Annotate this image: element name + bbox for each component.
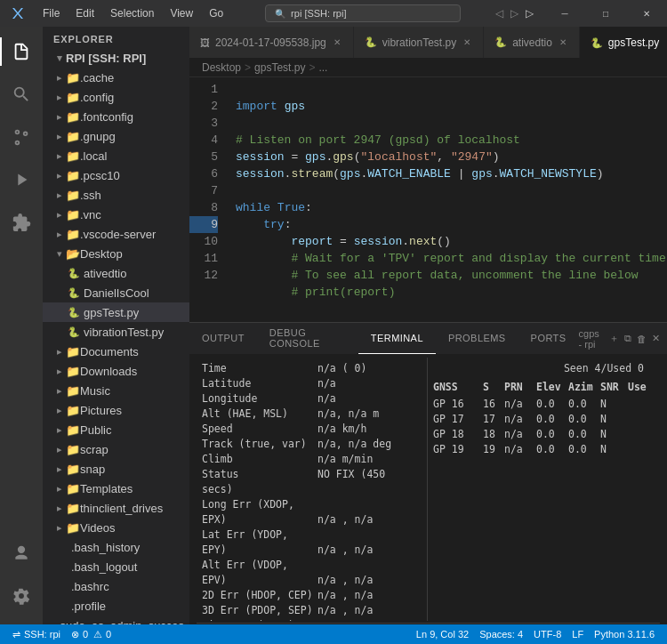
- sidebar-item-cache[interactable]: ▸ 📁 .cache: [43, 68, 189, 87]
- panel-tab-ports[interactable]: PORTS: [518, 323, 579, 354]
- folder-icon: 📁: [66, 169, 80, 182]
- sidebar-item-ativedtio[interactable]: 🐍 ativedtio: [43, 263, 189, 283]
- status-errors[interactable]: ⊗ 0 ⚠ 0: [66, 624, 117, 644]
- root-label: RPI [SSH: RPI]: [66, 52, 146, 65]
- item-label: Documents: [80, 345, 139, 358]
- breadcrumb: Desktop > gpsTest.py > ...: [189, 58, 667, 77]
- breadcrumb-desktop[interactable]: Desktop: [202, 61, 241, 74]
- tab-vibration[interactable]: 🐍 vibrationTest.py ✕: [354, 27, 484, 58]
- terminal-add-icon[interactable]: ＋: [609, 332, 619, 345]
- status-ssh[interactable]: ⇌ SSH: rpi: [7, 624, 66, 644]
- nav-forward[interactable]: ▷: [510, 7, 518, 20]
- close-button[interactable]: ✕: [626, 0, 667, 27]
- sidebar-item-root[interactable]: ▾ RPI [SSH: RPI]: [43, 48, 189, 68]
- panel-content[interactable]: Timen/a ( 0) Latituden/a Longituden/a Al…: [189, 354, 667, 624]
- settings-activity-icon[interactable]: [0, 575, 43, 617]
- extensions-activity-icon[interactable]: [0, 201, 43, 244]
- status-position[interactable]: Ln 9, Col 32: [411, 624, 474, 644]
- source-control-activity-icon[interactable]: [0, 116, 43, 158]
- sidebar-item-templates[interactable]: ▸ 📁 Templates: [43, 479, 189, 498]
- sidebar-item-bash-history[interactable]: .bash_history: [43, 537, 189, 557]
- sidebar-item-config[interactable]: ▸ 📁 .config: [43, 87, 189, 107]
- sidebar-item-danieliscool[interactable]: 🐍 DanielIsCool: [43, 283, 189, 302]
- sidebar-item-documents[interactable]: ▸ 📁 Documents: [43, 342, 189, 361]
- activity-bottom: [0, 532, 43, 624]
- panel-tabs: OUTPUT DEBUG CONSOLE TERMINAL PROBLEMS P…: [189, 323, 667, 354]
- menu-view[interactable]: View: [163, 0, 200, 27]
- search-box[interactable]: 🔍 rpi [SSH: rpi]: [265, 4, 461, 22]
- nav-back[interactable]: ◁: [495, 7, 503, 20]
- search-activity-icon[interactable]: [0, 73, 43, 116]
- tab-close-button[interactable]: ✕: [462, 36, 472, 48]
- sidebar-item-music[interactable]: ▸ 📁 Music: [43, 381, 189, 400]
- item-label: .bash_logout: [71, 560, 137, 574]
- sidebar-item-public[interactable]: ▸ 📁 Public: [43, 420, 189, 439]
- sidebar-item-downloads[interactable]: ▸ 📁 Downloads: [43, 361, 189, 381]
- menu-bar: File Edit Selection View Go: [36, 0, 230, 27]
- sidebar-item-videos[interactable]: ▸ 📁 Videos: [43, 518, 189, 537]
- sidebar-item-snap[interactable]: ▸ 📁 snap: [43, 459, 189, 479]
- terminal-split-icon[interactable]: ⧉: [624, 333, 631, 344]
- code-content[interactable]: import gps # Listen on port 2947 (gpsd) …: [225, 77, 667, 322]
- item-label: .profile: [71, 600, 106, 613]
- sidebar-item-pcsc10[interactable]: ▸ 📁 .pcsc10: [43, 165, 189, 185]
- tab-ativedtio[interactable]: 🐍 ativedtio ✕: [484, 27, 580, 58]
- sidebar-item-vnc[interactable]: ▸ 📁 .vnc: [43, 205, 189, 224]
- folder-icon: 📁: [66, 110, 80, 124]
- panel-tab-terminal[interactable]: TERMINAL: [358, 323, 436, 354]
- tab-close-button[interactable]: ✕: [558, 36, 568, 48]
- folder-icon: 📁: [66, 130, 80, 143]
- breadcrumb-file[interactable]: gpsTest.py: [254, 61, 305, 74]
- status-encoding[interactable]: UTF-8: [528, 624, 567, 644]
- item-label: Public: [80, 423, 111, 437]
- tab-gpstest[interactable]: 🐍 gpsTest.py ✕: [580, 27, 667, 58]
- menu-go[interactable]: Go: [202, 0, 230, 27]
- terminal-label: cgps - rpi: [579, 328, 604, 350]
- panel-tab-problems[interactable]: PROBLEMS: [436, 323, 518, 354]
- editor-area: 🖼 2024-01-17-095538.jpg ✕ 🐍 vibrationTes…: [189, 27, 667, 624]
- folder-icon: 📁: [66, 71, 80, 85]
- app-icon: [0, 0, 36, 27]
- run-button[interactable]: ▷: [526, 7, 534, 20]
- menu-selection[interactable]: Selection: [103, 0, 161, 27]
- run-activity-icon[interactable]: [0, 158, 43, 201]
- sidebar-item-scrap[interactable]: ▸ 📁 scrap: [43, 439, 189, 459]
- terminal-right[interactable]: Seen 4/Used 0 GNSS S PRN Elev Azim SNR U…: [428, 358, 660, 621]
- sidebar-item-fontconfig[interactable]: ▸ 📁 .fontconfig: [43, 107, 189, 126]
- sidebar-item-desktop[interactable]: ▾ 📂 Desktop: [43, 244, 189, 263]
- sidebar-item-vscode-server[interactable]: ▸ 📁 .vscode-server: [43, 224, 189, 244]
- sidebar-item-pictures[interactable]: ▸ 📁 Pictures: [43, 400, 189, 420]
- menu-edit[interactable]: Edit: [68, 0, 101, 27]
- code-editor[interactable]: 1 2 3 4 5 6 7 8 9 10 11 12 import gps # …: [189, 77, 667, 322]
- terminal-trash-icon[interactable]: 🗑: [637, 334, 647, 344]
- terminal-split: Timen/a ( 0) Latituden/a Longituden/a Al…: [197, 358, 660, 621]
- file-tree: ▾ RPI [SSH: RPI] ▸ 📁 .cache ▸ 📁 .config …: [43, 48, 189, 624]
- sidebar-item-sudo-admin[interactable]: .sudo_as_admin_succes...: [43, 616, 189, 624]
- status-eol[interactable]: LF: [567, 624, 589, 644]
- panel-tab-debug[interactable]: DEBUG CONSOLE: [257, 323, 358, 354]
- sidebar-item-profile[interactable]: .profile: [43, 596, 189, 616]
- sidebar-item-thinclient[interactable]: ▸ 📁 thinclient_drives: [43, 498, 189, 518]
- status-language[interactable]: Python 3.11.6: [589, 624, 660, 644]
- minimize-button[interactable]: ─: [544, 0, 585, 27]
- sidebar-item-ssh[interactable]: ▸ 📁 .ssh: [43, 185, 189, 205]
- chevron-right-icon: ▸: [57, 522, 62, 534]
- sidebar-item-bash-logout[interactable]: .bash_logout: [43, 557, 189, 576]
- menu-file[interactable]: File: [36, 0, 67, 27]
- account-activity-icon[interactable]: [0, 532, 43, 575]
- sidebar-item-gpstest[interactable]: 🐍 gpsTest.py: [43, 302, 189, 322]
- terminal-left[interactable]: Timen/a ( 0) Latituden/a Longituden/a Al…: [197, 358, 428, 621]
- item-label: snap: [80, 463, 105, 476]
- panel-tab-output[interactable]: OUTPUT: [189, 323, 257, 354]
- terminal-close-icon[interactable]: ✕: [652, 333, 660, 344]
- tab-jpg[interactable]: 🖼 2024-01-17-095538.jpg ✕: [189, 27, 354, 58]
- sidebar-item-gnupg[interactable]: ▸ 📁 .gnupg: [43, 126, 189, 146]
- sidebar-item-vibrationtest[interactable]: 🐍 vibrationTest.py: [43, 322, 189, 342]
- explorer-activity-icon[interactable]: [0, 30, 43, 73]
- sidebar-item-local[interactable]: ▸ 📁 .local: [43, 146, 189, 165]
- status-spaces[interactable]: Spaces: 4: [474, 624, 528, 644]
- sidebar-item-bashrc[interactable]: .bashrc: [43, 576, 189, 596]
- tab-close-button[interactable]: ✕: [332, 36, 342, 48]
- maximize-button[interactable]: □: [585, 0, 626, 27]
- breadcrumb-symbol[interactable]: ...: [318, 61, 327, 74]
